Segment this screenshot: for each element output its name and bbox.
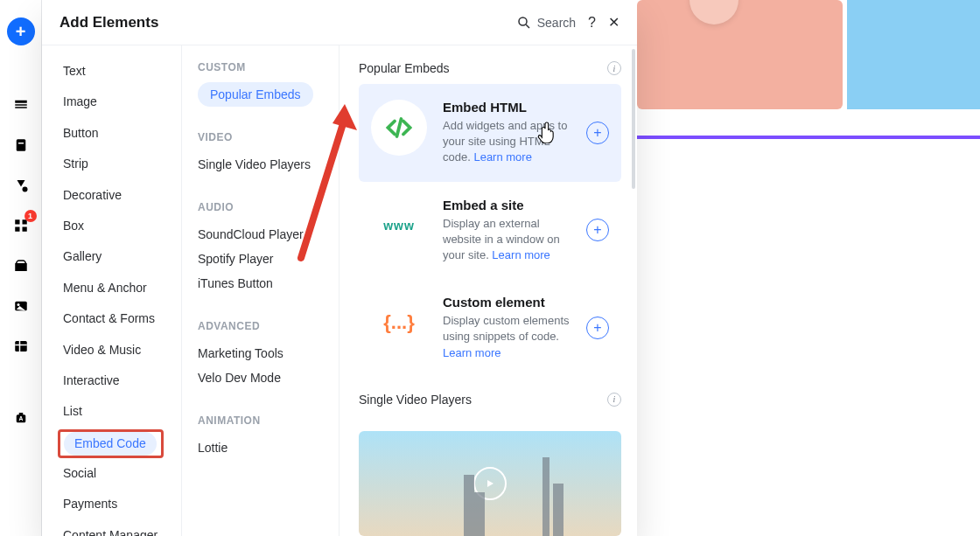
thumbnail-building [542,457,550,536]
content-manager-icon[interactable] [9,334,33,358]
svg-rect-2 [15,107,27,108]
embed-html-title: Embed HTML [443,100,570,115]
add-embed-html-button[interactable]: + [586,122,609,144]
category-button[interactable]: Button [63,120,107,147]
svg-rect-0 [15,101,27,103]
category-contact-forms[interactable]: Contact & Forms [63,305,164,332]
apps-badge: 1 [24,210,37,222]
my-business-icon[interactable] [9,254,33,278]
add-elements-panel: Add Elements Search ? ✕ Text Image Butto… [42,0,637,536]
svg-rect-1 [15,104,27,106]
embed-html-learn-more[interactable]: Learn more [473,150,531,164]
svg-text:A: A [18,415,23,421]
content-heading-popular-embeds: Popular Embeds [359,61,450,75]
category-decorative[interactable]: Decorative [63,182,130,209]
sub-velo-dev-mode[interactable]: Velo Dev Mode [198,365,339,390]
add-embed-site-button[interactable]: + [586,219,609,241]
section-head-custom: CUSTOM [198,61,339,73]
panel-header: Add Elements Search ? ✕ [42,0,637,45]
section-head-video: VIDEO [198,131,339,143]
canvas-shape-blue [847,0,980,109]
add-custom-element-button[interactable]: + [586,317,609,339]
search-label: Search [537,16,576,30]
panel-scrollbar[interactable] [630,45,637,536]
sub-lottie[interactable]: Lottie [198,435,339,460]
category-image[interactable]: Image [63,88,106,115]
elements-content: Popular Embeds i Embed HTML Add widgets … [340,45,637,536]
apps-icon[interactable]: 1 [9,213,33,238]
ascend-icon[interactable]: A [9,406,33,430]
sub-marketing-tools[interactable]: Marketing Tools [198,341,339,365]
sections-icon[interactable] [9,93,33,117]
svg-rect-4 [18,143,24,144]
section-head-audio: AUDIO [198,201,339,213]
sub-itunes-button[interactable]: iTunes Button [198,271,339,296]
section-head-animation: ANIMATION [198,414,339,427]
category-menu-anchor[interactable]: Menu & Anchor [63,275,156,302]
add-elements-button[interactable]: + [7,17,35,45]
panel-title: Add Elements [60,14,158,31]
thumbnail-building [474,492,485,536]
svg-point-12 [17,303,19,306]
category-gallery[interactable]: Gallery [63,243,110,270]
video-player-thumbnail[interactable] [359,431,621,536]
category-strip[interactable]: Strip [63,150,97,178]
embed-site-learn-more[interactable]: Learn more [492,248,550,261]
content-heading-single-video-players: Single Video Players [359,393,472,407]
search-button[interactable]: Search [516,15,576,31]
custom-element-title: Custom element [443,295,570,310]
canvas-divider-line [626,136,980,139]
category-box[interactable]: Box [63,212,93,240]
design-icon[interactable] [9,173,33,198]
category-text[interactable]: Text [63,58,94,85]
custom-element-card[interactable]: {...} Custom element Display custom elem… [359,279,621,377]
close-button[interactable]: ✕ [608,14,620,31]
media-icon[interactable] [9,294,33,318]
category-video-music[interactable]: Video & Music [63,337,150,364]
pages-icon[interactable] [9,133,33,157]
svg-rect-13 [15,341,27,352]
svg-line-20 [526,24,529,28]
category-list: Text Image Button Strip Decorative Box G… [42,45,182,536]
category-interactive[interactable]: Interactive [63,367,129,394]
embed-site-card[interactable]: www Embed a site Display an external web… [359,182,621,280]
left-toolbar: + 1 A [0,0,42,536]
category-social[interactable]: Social [63,460,105,487]
code-icon [371,100,427,156]
info-icon[interactable]: i [607,61,621,75]
subsection-list: CUSTOM Popular Embeds VIDEO Single Video… [182,45,340,536]
svg-rect-3 [16,139,25,151]
info-icon[interactable]: i [607,393,621,407]
embed-site-title: Embed a site [443,198,570,212]
thumbnail-building [553,484,564,536]
plus-icon: + [16,22,26,42]
thumbnail-building [464,475,474,536]
scrollbar-thumb[interactable] [632,49,635,189]
svg-rect-6 [15,219,19,224]
category-list[interactable]: List [63,398,91,425]
custom-element-desc: Display custom elements using snippets o… [443,314,570,343]
help-button[interactable]: ? [588,15,596,31]
category-content-manager[interactable]: Content Manager [63,522,166,536]
svg-rect-8 [15,227,19,232]
brace-icon: {...} [371,295,427,351]
svg-rect-9 [22,227,26,232]
category-payments[interactable]: Payments [63,491,126,518]
custom-element-learn-more[interactable]: Learn more [443,346,500,359]
www-icon: www [371,198,427,254]
section-head-advanced: ADVANCED [198,320,339,332]
sub-popular-embeds[interactable]: Popular Embeds [198,82,313,107]
svg-point-5 [22,187,27,192]
canvas-shape-pink [637,0,843,109]
svg-line-21 [397,119,402,136]
sub-spotify-player[interactable]: Spotify Player [198,247,339,271]
category-embed-code[interactable]: Embed Code [64,432,157,456]
embed-html-card[interactable]: Embed HTML Add widgets and apps to your … [359,84,621,182]
sub-single-video-players[interactable]: Single Video Players [198,152,339,177]
search-icon [516,15,532,31]
sub-soundcloud-player[interactable]: SoundCloud Player [198,222,339,247]
svg-rect-10 [15,263,27,271]
svg-point-19 [519,17,527,25]
